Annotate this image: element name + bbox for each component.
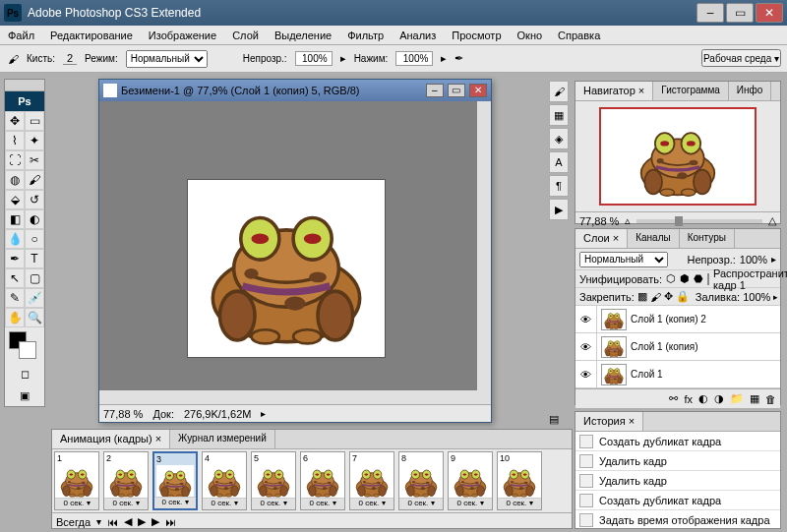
menu-filter[interactable]: Фильтр (339, 28, 392, 43)
document-titlebar[interactable]: Безимени-1 @ 77,9% (Слой 1 (копия) 5, RG… (99, 80, 491, 101)
menu-select[interactable]: Выделение (267, 28, 339, 43)
play-button[interactable]: ▶ (138, 515, 146, 528)
folder-icon[interactable]: 📁 (730, 392, 744, 405)
doc-maximize-button[interactable]: ▭ (448, 84, 465, 97)
animation-frame[interactable]: 50 сек. ▾ (251, 451, 296, 510)
layer-row[interactable]: 👁Слой 1 (575, 361, 780, 388)
crop-tool[interactable]: ⛶ (5, 150, 25, 170)
opacity-value[interactable]: 100% (295, 51, 333, 66)
layer-row[interactable]: 👁Слой 1 (копия) (575, 333, 780, 361)
brush-tool[interactable]: 🖌 (25, 170, 44, 190)
visibility-icon[interactable]: 👁 (575, 306, 597, 332)
trash-icon[interactable]: 🗑 (765, 393, 776, 405)
dock-actions-icon[interactable]: ▶ (549, 199, 569, 220)
workspace-button[interactable]: Рабочая среда ▾ (701, 49, 781, 67)
menu-help[interactable]: Справка (550, 28, 608, 43)
wand-tool[interactable]: ✦ (25, 131, 44, 150)
type-tool[interactable]: T (25, 249, 44, 268)
link-icon[interactable]: ⚯ (669, 392, 678, 405)
lock-all-icon[interactable]: 🔒 (676, 290, 690, 303)
adjust-icon[interactable]: ◑ (714, 392, 724, 405)
doc-minimize-button[interactable]: – (426, 84, 444, 97)
fill-value[interactable]: 100% (743, 291, 770, 303)
lock-move-icon[interactable]: ✥ (664, 290, 673, 303)
flow-value[interactable]: 100% (395, 51, 433, 66)
history-row[interactable]: Удалить кадр (575, 451, 780, 471)
tab-layers[interactable]: Слои× (575, 229, 628, 248)
color-swatches[interactable] (5, 327, 44, 363)
lock-paint-icon[interactable]: 🖌 (650, 291, 661, 303)
dock-swatches-icon[interactable]: ▦ (549, 104, 569, 126)
last-frame-button[interactable]: ⏭ (165, 516, 176, 528)
unify-icon2[interactable]: ⬢ (680, 272, 690, 285)
next-frame-button[interactable]: ▶ (151, 515, 159, 528)
animation-frame[interactable]: 70 сек. ▾ (349, 451, 394, 510)
history-row[interactable]: Создать дубликат кадра (575, 432, 780, 451)
loop-select[interactable]: Всегда (56, 516, 91, 528)
stamp-tool[interactable]: ⬙ (5, 190, 25, 209)
animation-frame[interactable]: 80 сек. ▾ (398, 451, 444, 510)
frame-delay[interactable]: 0 сек. ▾ (301, 498, 344, 509)
frame-delay[interactable]: 0 сек. ▾ (55, 498, 98, 509)
fx-icon[interactable]: fx (684, 393, 693, 405)
animation-frame[interactable]: 30 сек. ▾ (152, 451, 198, 510)
zoom-tool[interactable]: 🔍 (25, 308, 44, 327)
animation-frame[interactable]: 40 сек. ▾ (202, 451, 247, 510)
move-tool[interactable]: ✥ (5, 111, 25, 131)
menu-layer[interactable]: Слой (224, 28, 267, 43)
frame-delay[interactable]: 0 сек. ▾ (154, 497, 196, 508)
notes-tool[interactable]: ✎ (5, 288, 25, 308)
doc-close-button[interactable]: ✕ (469, 84, 487, 97)
mode-select[interactable]: Нормальный (126, 50, 208, 68)
blend-mode-select[interactable]: Нормальный (579, 252, 668, 267)
layer-thumbnail[interactable] (601, 364, 627, 385)
menu-window[interactable]: Окно (510, 28, 551, 43)
canvas[interactable] (188, 180, 385, 357)
gradient-tool[interactable]: ◐ (25, 209, 44, 229)
prev-frame-button[interactable]: ◀ (124, 515, 132, 528)
marquee-tool[interactable]: ▭ (25, 111, 44, 131)
dock-brushes-icon[interactable]: 🖌 (549, 81, 569, 102)
zoom-in-icon[interactable]: △ (768, 214, 776, 227)
dock-styles-icon[interactable]: ◈ (549, 128, 569, 149)
airbrush-icon[interactable]: ✒ (454, 52, 463, 65)
tab-measure[interactable]: Журнал измерений (170, 430, 275, 448)
brush-size[interactable]: 2 (63, 52, 77, 65)
lock-trans-icon[interactable]: ▩ (637, 290, 647, 303)
lasso-tool[interactable]: ⌇ (5, 131, 25, 150)
unify-icon[interactable]: ⬡ (666, 272, 676, 285)
eraser-tool[interactable]: ◧ (5, 209, 25, 229)
history-row[interactable]: Задать время отображения кадра (575, 510, 780, 528)
canvas-area[interactable] (99, 101, 491, 404)
zoom-out-icon[interactable]: ▵ (625, 214, 631, 227)
navigator-thumbnail[interactable] (599, 107, 757, 206)
eyedropper-tool[interactable]: 💉 (25, 288, 44, 308)
frame-delay[interactable]: 0 сек. ▾ (252, 498, 295, 509)
shape-tool[interactable]: ▢ (25, 268, 44, 288)
menu-view[interactable]: Просмотр (444, 28, 509, 43)
unify-icon3[interactable]: ⬣ (694, 272, 703, 285)
close-button[interactable]: ✕ (756, 3, 783, 23)
nav-zoom-value[interactable]: 77,88 % (579, 215, 619, 227)
heal-tool[interactable]: ◍ (5, 170, 25, 190)
history-row[interactable]: Создать дубликат кадра (575, 491, 780, 510)
animation-frame[interactable]: 90 сек. ▾ (448, 451, 493, 510)
tab-animation[interactable]: Анимация (кадры)× (52, 430, 170, 448)
dodge-tool[interactable]: ○ (25, 229, 44, 249)
layer-name[interactable]: Слой 1 (копия) (631, 341, 780, 352)
path-tool[interactable]: ↖ (5, 268, 25, 288)
history-row[interactable]: Удалить кадр (575, 471, 780, 491)
slice-tool[interactable]: ✂ (25, 150, 44, 170)
menu-edit[interactable]: Редактирование (42, 28, 141, 43)
visibility-icon[interactable]: 👁 (575, 361, 597, 387)
tab-history[interactable]: История× (575, 412, 643, 431)
layer-name[interactable]: Слой 1 (631, 369, 780, 380)
blur-tool[interactable]: 💧 (5, 229, 25, 249)
new-layer-icon[interactable]: ▦ (750, 392, 759, 405)
dock-char-icon[interactable]: A (549, 151, 569, 173)
maximize-button[interactable]: ▭ (726, 3, 754, 23)
menu-analysis[interactable]: Анализ (392, 28, 444, 43)
frame-delay[interactable]: 0 сек. ▾ (399, 498, 443, 509)
dock-para-icon[interactable]: ¶ (549, 175, 569, 197)
animation-frame[interactable]: 10 сек. ▾ (54, 451, 99, 510)
